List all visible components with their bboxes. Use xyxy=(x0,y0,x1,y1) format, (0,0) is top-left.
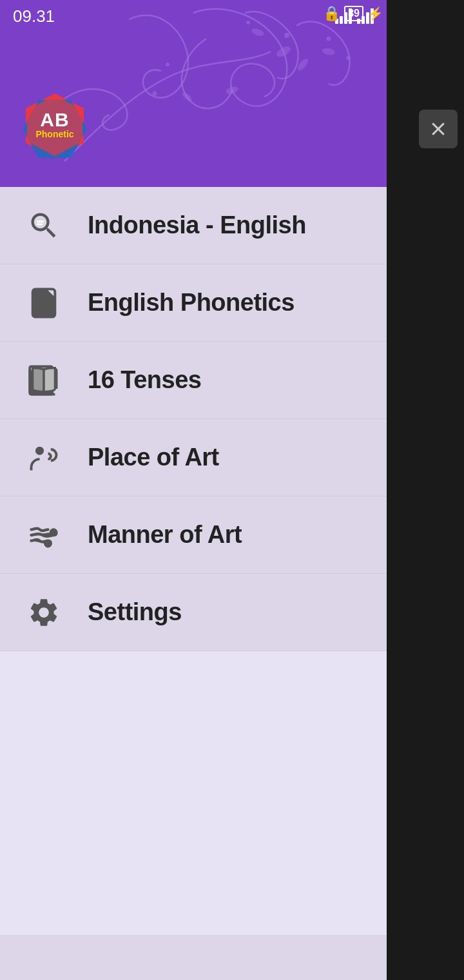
menu-item-indonesia-english[interactable]: Indonesia - English xyxy=(0,187,387,264)
bottom-empty-area xyxy=(0,651,387,935)
logo-ab: AB xyxy=(40,109,69,130)
svg-point-25 xyxy=(35,446,44,455)
svg-point-8 xyxy=(284,33,289,38)
menu-label-english-phonetics: English Phonetics xyxy=(88,289,295,317)
svg-point-10 xyxy=(327,37,331,41)
search-icon xyxy=(26,208,62,244)
battery-level: 39 xyxy=(348,8,360,19)
menu-item-place-of-art[interactable]: Place of Art xyxy=(0,419,387,496)
svg-point-11 xyxy=(346,56,350,60)
logo-area: AB Phonetic xyxy=(19,90,90,161)
menu-label-16-tenses: 16 Tenses xyxy=(88,366,201,394)
menu-label-settings: Settings xyxy=(88,598,182,626)
svg-point-12 xyxy=(166,63,169,66)
logo-text: AB Phonetic xyxy=(35,110,73,139)
speaker-person-icon xyxy=(26,440,62,476)
menu-nav: Indonesia - English English Phonetics xyxy=(0,187,387,651)
logo-hexagon: AB Phonetic xyxy=(19,90,90,161)
menu-item-english-phonetics[interactable]: English Phonetics xyxy=(0,264,387,342)
wind-icon xyxy=(26,517,62,553)
right-panel xyxy=(387,0,464,980)
book-icon xyxy=(26,362,62,398)
close-button[interactable] xyxy=(419,110,458,148)
menu-list: Indonesia - English English Phonetics xyxy=(0,187,387,651)
menu-item-settings[interactable]: Settings xyxy=(0,574,387,651)
menu-item-16-tenses[interactable]: 16 Tenses xyxy=(0,342,387,419)
drawer-header: 09.31 xyxy=(0,0,387,187)
svg-point-2 xyxy=(275,44,293,59)
lock-icon: 🔒 xyxy=(323,5,340,22)
gear-icon xyxy=(26,594,62,631)
status-time: 09.31 xyxy=(13,6,55,26)
menu-item-manner-of-art[interactable]: Manner of Art xyxy=(0,496,387,574)
charging-icon: ⚡ xyxy=(367,6,383,21)
logo-phonetic: Phonetic xyxy=(35,130,73,139)
menu-label-manner-of-art: Manner of Art xyxy=(88,521,242,549)
menu-label-place-of-art: Place of Art xyxy=(88,444,219,471)
battery-indicator: 39 xyxy=(344,6,363,21)
svg-point-6 xyxy=(225,85,239,95)
menu-label-indonesia-english: Indonesia - English xyxy=(88,211,306,239)
drawer-menu: 09.31 xyxy=(0,0,387,980)
svg-point-5 xyxy=(322,47,335,55)
svg-point-13 xyxy=(153,92,157,96)
status-right-icons: 🔒 39 ⚡ xyxy=(323,5,383,22)
document-icon xyxy=(26,285,62,321)
